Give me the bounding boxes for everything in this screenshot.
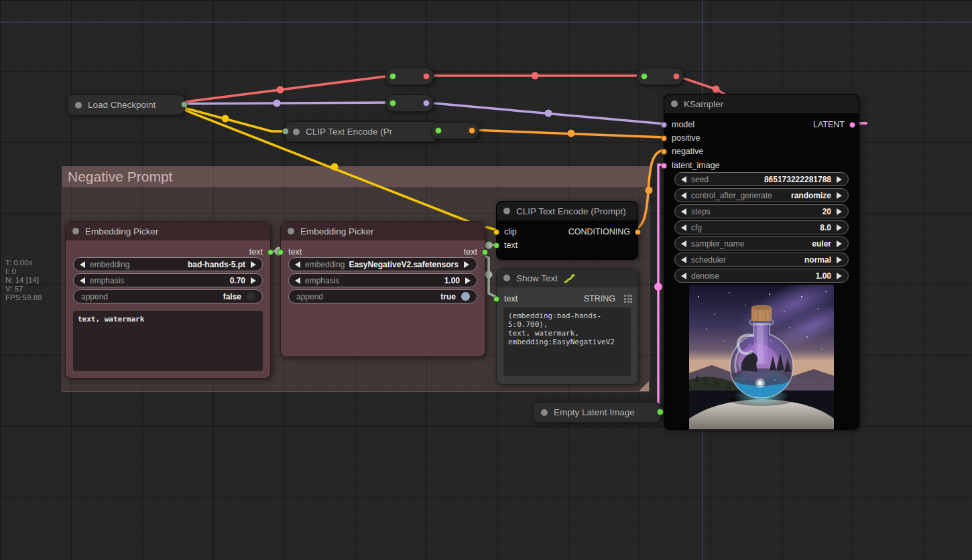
prev-arrow-icon[interactable] [681,192,686,199]
input-slot-text[interactable]: text [493,240,518,250]
input-slot-latent-image[interactable]: latent_image [661,161,720,170]
output-slot[interactable] [181,101,188,108]
prev-arrow-icon[interactable] [681,176,686,183]
input-slot-model[interactable]: model [661,120,694,129]
reroute-output[interactable] [423,100,430,107]
reroute-conditioning[interactable] [431,122,479,139]
node-show-text[interactable]: Show Text text STRING (embedding:bad-han… [496,268,638,384]
node-embedding-picker-2[interactable]: Embedding Picker text text embedding Eas… [280,221,485,357]
prompt-textarea[interactable]: text, watermark [73,311,263,371]
widget-seed[interactable]: seed 865173222281788 [674,172,849,186]
next-arrow-icon[interactable] [465,277,471,284]
prev-arrow-icon[interactable] [681,240,686,247]
negative-input-dot[interactable] [661,149,667,155]
group-negative-prompt-header[interactable]: Negative Prompt [62,167,649,187]
model-input-dot[interactable] [661,122,667,128]
widget-append[interactable]: append true [288,289,477,303]
reroute-output[interactable] [423,73,430,80]
toggle-dot[interactable] [246,291,256,301]
next-arrow-icon[interactable] [837,224,842,231]
widget-emphasis[interactable]: emphasis 0.70 [73,273,263,287]
collapse-toggle[interactable] [503,275,510,281]
latent-output-dot[interactable] [849,122,855,128]
text-output-dot[interactable] [267,249,274,255]
input-slot-text[interactable]: text [493,294,518,303]
toggle-dot[interactable] [461,291,471,301]
node-clip-text-encode-positive[interactable]: CLIP Text Encode (Pr [285,121,438,142]
node-clip-text-encode-negative[interactable]: CLIP Text Encode (Prompt) clip text COND… [496,201,638,260]
collapse-toggle[interactable] [288,228,294,234]
widget-append[interactable]: append false [73,289,263,303]
input-slot-clip[interactable]: clip [493,227,517,236]
collapse-toggle[interactable] [671,100,678,107]
node-embedding-picker-1[interactable]: Embedding Picker text embedding bad-hand… [65,221,271,378]
positive-input-dot[interactable] [661,135,667,141]
next-arrow-icon[interactable] [837,192,842,199]
prev-arrow-icon[interactable] [681,273,686,279]
node-ksampler[interactable]: KSampler model positive negative latent_… [664,94,859,430]
output-slot-latent[interactable]: LATENT [813,120,855,129]
next-arrow-icon[interactable] [464,261,469,268]
input-slot-negative[interactable]: negative [661,147,703,156]
reroute-input[interactable] [435,127,442,134]
input-slot[interactable] [282,128,289,135]
next-arrow-icon[interactable] [251,261,256,268]
text-output-dot[interactable] [482,249,488,255]
node-title-bar[interactable]: Show Text [497,269,637,287]
widget-emphasis[interactable]: emphasis 1.00 [288,273,477,287]
collapse-toggle[interactable] [75,102,82,109]
output-slot-text[interactable]: text [249,247,274,257]
reroute-model[interactable] [385,94,434,112]
node-title-bar[interactable]: Embedding Picker [66,222,270,240]
widget-denoise[interactable]: denoise 1.00 [674,269,849,283]
node-empty-latent-image[interactable]: Empty Latent Image [533,402,661,423]
widget-control-after-generate[interactable]: control_after_generate randomize [674,188,849,202]
prev-arrow-icon[interactable] [295,261,300,268]
clip-input-dot[interactable] [493,229,499,235]
widget-sampler-name[interactable]: sampler_name euler [674,236,849,251]
next-arrow-icon[interactable] [837,240,842,247]
collapse-toggle[interactable] [72,228,79,234]
node-title-bar[interactable]: Embedding Picker [281,222,485,240]
next-arrow-icon[interactable] [837,208,842,215]
output-slot-text[interactable]: text [464,247,488,257]
text-input-dot[interactable] [493,296,499,302]
output-slot-conditioning[interactable]: CONDITIONING [568,227,641,236]
reroute-input[interactable] [641,73,648,80]
prev-arrow-icon[interactable] [681,224,686,231]
group-resize-handle[interactable] [639,381,649,391]
next-arrow-icon[interactable] [837,257,842,263]
input-slot-text[interactable]: text [278,247,302,257]
reroute-vae-2[interactable] [637,68,684,85]
reroute-input[interactable] [389,100,396,107]
widget-embedding[interactable]: embedding bad-hands-5.pt [73,257,263,271]
input-slot-positive[interactable]: positive [661,133,700,143]
latent-input-dot[interactable] [661,163,667,169]
text-input-dot[interactable] [493,242,499,249]
widget-cfg[interactable]: cfg 8.0 [674,220,849,234]
prev-arrow-icon[interactable] [80,277,85,284]
prev-arrow-icon[interactable] [681,257,686,263]
text-input-dot[interactable] [278,249,284,255]
prev-arrow-icon[interactable] [80,261,85,268]
output-slot[interactable] [657,409,664,415]
node-title-bar[interactable]: KSampler [664,94,859,113]
prev-arrow-icon[interactable] [295,277,300,284]
widget-scheduler[interactable]: scheduler normal [674,253,849,267]
widget-embedding[interactable]: embedding EasyNegativeV2.safetensors [288,257,477,271]
reroute-vae-1[interactable] [385,68,434,85]
conditioning-output-dot[interactable] [635,229,641,235]
next-arrow-icon[interactable] [837,273,842,279]
reroute-output[interactable] [469,127,475,134]
node-graph-canvas[interactable]: T: 0.00s I: 0 N: 14 [14] V: 57 FPS:59.88… [0,0,972,560]
collapse-toggle[interactable] [541,409,548,416]
next-arrow-icon[interactable] [837,176,842,183]
next-arrow-icon[interactable] [251,277,256,284]
reroute-output[interactable] [673,73,680,80]
collapse-toggle[interactable] [503,208,510,214]
widget-steps[interactable]: steps 20 [674,204,849,218]
reroute-input[interactable] [389,73,396,80]
collapse-toggle[interactable] [293,129,300,135]
prev-arrow-icon[interactable] [681,208,686,215]
node-title-bar[interactable]: CLIP Text Encode (Prompt) [497,202,637,220]
